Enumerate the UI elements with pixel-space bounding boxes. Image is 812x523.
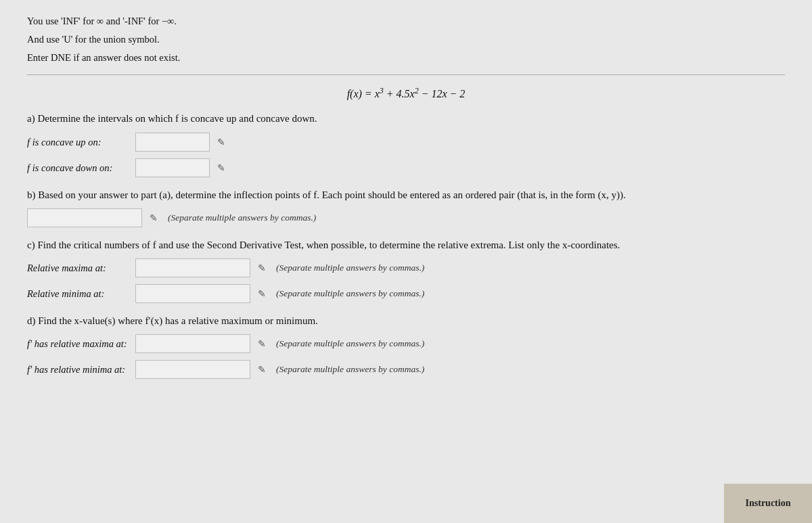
- fprime-maxima-input[interactable]: [135, 334, 250, 353]
- rel-minima-row: Relative minima at: ✎ (Separate multiple…: [27, 284, 785, 303]
- concave-up-label: f is concave up on:: [27, 137, 135, 148]
- rel-maxima-label: Relative maxima at:: [27, 263, 135, 274]
- fprime-maxima-row: f′ has relative maxima at: ✎ (Separate m…: [27, 334, 785, 353]
- divider: [27, 74, 785, 75]
- inflection-input[interactable]: [27, 208, 142, 227]
- inflection-row: ✎ (Separate multiple answers by commas.): [27, 208, 785, 227]
- fprime-minima-input[interactable]: [135, 360, 250, 379]
- intro-line2: And use 'U' for the union symbol.: [27, 32, 785, 47]
- page: You use 'INF' for ∞ and '-INF' for −∞. A…: [0, 0, 812, 523]
- rel-minima-label: Relative minima at:: [27, 288, 135, 300]
- fprime-minima-label: f′ has relative minima at:: [27, 364, 135, 376]
- part-b-label-text: b) Based on your answer to part (a), det…: [27, 189, 626, 200]
- rel-maxima-input[interactable]: [135, 258, 250, 277]
- part-c-minima-hint: (Separate multiple answers by commas.): [276, 288, 424, 299]
- rel-maxima-pencil-icon[interactable]: ✎: [254, 260, 269, 275]
- formula-display: f(x) = x3 + 4.5x2 − 12x − 2: [27, 86, 785, 100]
- concave-up-row: f is concave up on: ✎: [27, 133, 785, 152]
- part-a-label-text: a) Determine the intervals on which f is…: [27, 113, 317, 124]
- part-a-header: a) Determine the intervals on which f is…: [27, 111, 785, 127]
- concave-up-pencil-icon[interactable]: ✎: [214, 135, 229, 150]
- formula-text: f(x) = x3 + 4.5x2 − 12x − 2: [347, 88, 466, 99]
- rel-maxima-row: Relative maxima at: ✎ (Separate multiple…: [27, 258, 785, 277]
- concave-down-row: f is concave down on: ✎: [27, 158, 785, 177]
- concave-down-pencil-icon[interactable]: ✎: [214, 160, 229, 175]
- rel-minima-pencil-icon[interactable]: ✎: [254, 286, 269, 301]
- part-d-header: d) Find the x-value(s) where f′(x) has a…: [27, 313, 785, 329]
- concave-down-label: f is concave down on:: [27, 162, 135, 174]
- part-c-maxima-hint: (Separate multiple answers by commas.): [276, 263, 424, 273]
- part-c-header: c) Find the critical numbers of f and us…: [27, 237, 785, 253]
- fprime-minima-pencil-icon[interactable]: ✎: [254, 362, 269, 377]
- inflection-pencil-icon[interactable]: ✎: [146, 210, 161, 225]
- intro-line1: You use 'INF' for ∞ and '-INF' for −∞.: [27, 14, 785, 29]
- rel-minima-input[interactable]: [135, 284, 250, 303]
- part-b-header: b) Based on your answer to part (a), det…: [27, 187, 785, 203]
- fprime-maxima-pencil-icon[interactable]: ✎: [254, 336, 269, 351]
- concave-up-input[interactable]: [135, 133, 210, 152]
- instruction-button[interactable]: Instruction: [724, 484, 812, 523]
- part-c-label-text: c) Find the critical numbers of f and us…: [27, 240, 620, 250]
- intro-line3: Enter DNE if an answer does not exist.: [27, 50, 785, 66]
- fprime-maxima-label: f′ has relative maxima at:: [27, 338, 135, 350]
- part-d-maxima-hint: (Separate multiple answers by commas.): [276, 338, 424, 349]
- part-d-label-text: d) Find the x-value(s) where f′(x) has a…: [27, 315, 318, 326]
- concave-down-input[interactable]: [135, 158, 210, 177]
- fprime-minima-row: f′ has relative minima at: ✎ (Separate m…: [27, 360, 785, 379]
- instruction-label: Instruction: [746, 498, 791, 509]
- part-d-minima-hint: (Separate multiple answers by commas.): [276, 364, 424, 375]
- part-b-hint: (Separate multiple answers by commas.): [168, 212, 316, 223]
